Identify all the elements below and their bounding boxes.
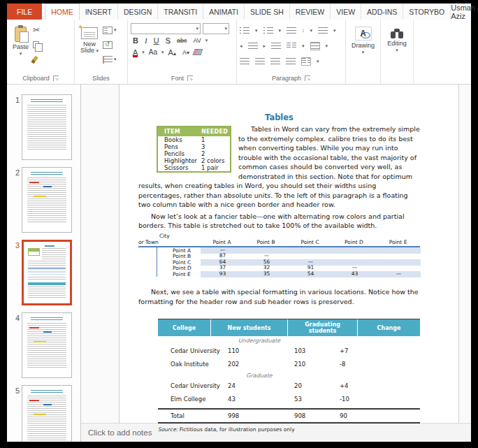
college-table-cell: 24 (228, 382, 294, 389)
item-table-cell: Scissors (157, 164, 200, 172)
slide-page[interactable]: Tables ITEMNEEDEDBooks1Pens3Pencils2High… (119, 85, 459, 423)
sparkle-icon: ✶ (78, 23, 83, 31)
distance-table-header: City or TownPoint APoint BPoint CPoint D… (138, 233, 420, 247)
editing-label: Editing (387, 40, 407, 47)
character-spacing-button[interactable]: AV (191, 37, 203, 44)
slide-number: 1 (10, 94, 20, 104)
clipboard-dialog-launcher-icon[interactable]: ↘ (53, 75, 59, 81)
underline-button[interactable]: U (152, 36, 161, 45)
clear-formatting-icon[interactable] (193, 49, 203, 55)
slide-canvas: Tables ITEMNEEDEDBooks1Pens3Pencils2High… (81, 85, 471, 423)
italic-button[interactable]: I (143, 36, 150, 45)
tab-storybo[interactable]: STORYBO (403, 3, 451, 20)
bullets-icon[interactable] (240, 27, 249, 34)
drawing-button[interactable]: A Drawing ▾ (349, 22, 377, 56)
layout-button[interactable]: ▾ (103, 25, 117, 35)
college-table-row: Cedar University110103+7 (158, 345, 420, 358)
numbering-icon[interactable] (263, 27, 273, 34)
editing-button[interactable]: Editing ▾ (384, 22, 410, 54)
slide-thumbnail-image (22, 312, 72, 378)
increase-indent-icon[interactable]: ▸ (263, 43, 266, 49)
new-slide-button[interactable]: ✶ New Slide ▾ (78, 22, 101, 55)
binoculars-icon (391, 29, 403, 38)
slide-number: 4 (10, 312, 20, 322)
item-table-row: Pens3 (157, 143, 231, 150)
distance-header-cell: Point B (244, 239, 288, 245)
ribbon-tabs: HOMEINSERTDESIGNTRANSITIANIMATISLIDE SHR… (45, 3, 451, 20)
slide-thumbnail-5[interactable]: 5 (10, 385, 80, 442)
font-color-button[interactable]: A (131, 48, 140, 57)
tab-design[interactable]: DESIGN (118, 3, 158, 20)
ribbon-tab-bar: FILE HOMEINSERTDESIGNTRANSITIANIMATISLID… (7, 3, 471, 20)
font-name-combobox[interactable]: ▾ (131, 23, 201, 34)
college-table-cell: 103 (294, 347, 340, 354)
align-left-icon[interactable] (240, 58, 249, 64)
clipboard-group: Paste ▾ ✂ ▾ Clipboard↘ (7, 20, 75, 84)
character-spacing-dropdown[interactable]: ▾ (205, 38, 208, 43)
reset-button[interactable] (103, 40, 117, 50)
align-text-icon[interactable] (310, 42, 320, 50)
user-name[interactable]: Usman Aziz (451, 3, 478, 20)
slide-thumbnail-3[interactable]: 3 (10, 240, 80, 305)
paste-dropdown-arrow[interactable]: ▾ (20, 52, 22, 56)
distance-header-cell: Point A (200, 239, 244, 245)
decrease-indent-icon[interactable]: ◂ (240, 43, 242, 49)
font-color-dropdown[interactable]: ▾ (142, 50, 145, 55)
shrink-font-button[interactable]: A▾ (180, 49, 191, 56)
distance-table-row: Point E93355443— (157, 271, 420, 277)
paste-button[interactable]: Paste ▾ (10, 22, 31, 57)
format-painter-button[interactable] (33, 55, 43, 64)
copy-button[interactable]: ▾ (33, 40, 43, 50)
college-table: CollegeNew studentsGraduating studentsCh… (138, 319, 420, 433)
section-button[interactable]: ▾ (103, 55, 117, 64)
tab-add-ins[interactable]: ADD-INS (361, 3, 403, 20)
strikethrough-button[interactable]: abc (175, 37, 189, 44)
paragraph-dialog-launcher-icon[interactable]: ↘ (305, 75, 310, 81)
font-size-combobox[interactable]: ▾ (203, 23, 229, 34)
tab-view[interactable]: VIEW (331, 3, 361, 20)
paragraph-group: ▾ ▾ ↕▾ ▾ ◂ ▸ ▾ ▾ ▾ (237, 20, 346, 84)
scissors-icon: ✂ (33, 26, 40, 34)
college-table-row: Oak Institute202210-8 (158, 358, 420, 371)
item-table-cell: 2 (200, 150, 231, 157)
cut-button[interactable]: ✂ (33, 25, 43, 35)
grow-font-button[interactable]: A▴ (166, 48, 178, 57)
distance-header-cell: City or Town (138, 233, 200, 245)
slide-thumbnail-1[interactable]: 1 (10, 94, 80, 160)
powerpoint-window: FILE HOMEINSERTDESIGNTRANSITIANIMATISLID… (7, 3, 471, 442)
justify-icon[interactable] (286, 58, 296, 64)
distance-table-row: Point C6456— (157, 259, 420, 266)
columns-icon[interactable] (287, 43, 296, 49)
slide-number: 5 (10, 385, 20, 395)
slide-thumbnail-4[interactable]: 4 (10, 312, 80, 378)
college-table-cell: Oak Institute (158, 361, 228, 368)
layout-icon (103, 27, 113, 34)
college-table-row: Elm College4353-10 (158, 393, 420, 406)
tab-transiti[interactable]: TRANSITI (158, 3, 203, 20)
bold-button[interactable]: B (131, 36, 140, 45)
college-header-cell: New students (210, 319, 287, 336)
text-shadow-button[interactable]: S (164, 36, 173, 45)
align-center-icon[interactable] (255, 58, 265, 64)
tab-home[interactable]: HOME (45, 3, 80, 20)
file-tab[interactable]: FILE (7, 3, 42, 20)
tab-animati[interactable]: ANIMATI (203, 3, 245, 20)
format-painter-icon (31, 55, 38, 64)
line-spacing-icon[interactable] (287, 27, 296, 34)
tab-review[interactable]: REVIEW (290, 3, 331, 20)
item-table-cell: Pencils (157, 150, 200, 157)
slide-thumbnail-2[interactable]: 2 (10, 167, 80, 233)
text-direction-icon[interactable] (318, 27, 328, 34)
college-total-cell: 998 (228, 412, 294, 419)
item-table-header: NEEDED (200, 127, 231, 136)
college-table-cell: Cedar University (158, 347, 228, 354)
change-case-button[interactable]: Aa (147, 48, 159, 56)
font-dialog-launcher-icon[interactable]: ↘ (187, 75, 193, 81)
convert-smartart-icon[interactable] (301, 57, 311, 66)
item-table-row: Pencils2 (157, 150, 231, 157)
tab-slide-sh[interactable]: SLIDE SH (245, 3, 290, 20)
item-table-header: ITEM (157, 127, 200, 136)
slide-thumbnail-image (22, 94, 72, 160)
tab-insert[interactable]: INSERT (80, 3, 118, 20)
align-right-icon[interactable] (270, 58, 280, 64)
